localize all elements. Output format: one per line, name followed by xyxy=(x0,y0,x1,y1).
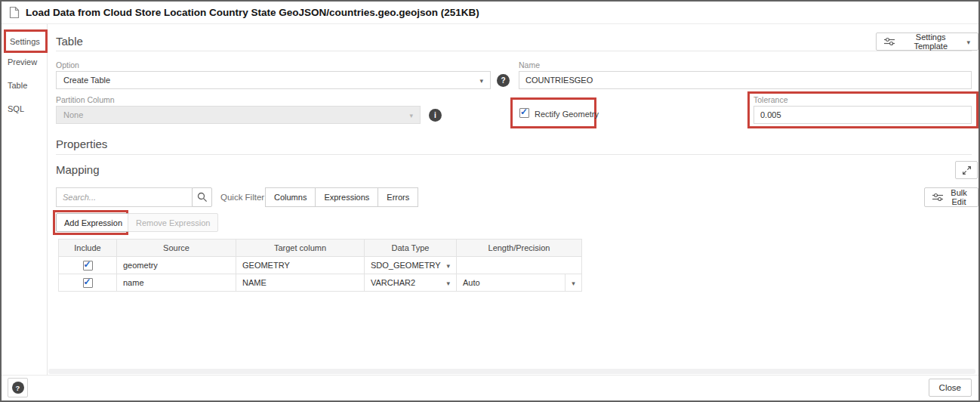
mapping-section-heading: Mapping xyxy=(56,163,100,176)
col-header-data-type: Data Type xyxy=(365,240,457,257)
grid-header-row: Include Source Target column Data Type L… xyxy=(59,240,582,257)
col-header-source: Source xyxy=(117,240,236,257)
properties-section-divider xyxy=(56,154,972,155)
bulk-edit-button[interactable]: Bulk Edit xyxy=(924,187,978,207)
title-bar: Load Data from Cloud Store Location Coun… xyxy=(2,2,978,24)
settings-template-button[interactable]: Settings Template xyxy=(876,32,978,51)
annotation-box-settings-tab: Settings xyxy=(4,29,48,53)
grid-row-name: name NAME VARCHAR2 Auto xyxy=(59,274,582,292)
partition-column-label: Partition Column xyxy=(56,95,115,104)
remove-expression-button: Remove Expression xyxy=(128,213,218,232)
source-cell: geometry xyxy=(117,257,236,274)
length-precision-value: Auto xyxy=(463,278,480,287)
help-icon xyxy=(12,382,24,394)
option-label: Option xyxy=(56,60,79,70)
expand-icon xyxy=(962,165,972,175)
include-checkbox[interactable] xyxy=(83,278,93,288)
option-help-icon[interactable] xyxy=(497,74,510,87)
sidebar-item-sql[interactable]: SQL xyxy=(8,104,24,113)
table-name-input[interactable] xyxy=(519,71,972,89)
dialog-title: Load Data from Cloud Store Location Coun… xyxy=(26,7,479,18)
data-type-value: VARCHAR2 xyxy=(371,278,415,287)
partition-info-icon[interactable] xyxy=(429,109,442,122)
quick-filter-group: Columns Expressions Errors xyxy=(265,187,418,207)
grid-row-geometry: geometry GEOMETRY SDO_GEOMETRY xyxy=(59,257,582,274)
length-precision-select[interactable]: Auto xyxy=(457,274,582,292)
sliders-icon xyxy=(884,37,895,46)
filter-columns-button[interactable]: Columns xyxy=(265,187,316,207)
col-header-target-column: Target column xyxy=(236,240,365,257)
quick-filter-label: Quick Filter: xyxy=(220,193,267,202)
properties-section-heading: Properties xyxy=(56,138,107,150)
mapping-expand-button[interactable] xyxy=(955,161,978,179)
option-select[interactable]: Create Table xyxy=(56,71,491,89)
horizontal-scrollbar[interactable] xyxy=(48,369,975,374)
sidebar-item-table[interactable]: Table xyxy=(8,81,27,90)
bulk-edit-label: Bulk Edit xyxy=(948,188,970,206)
data-type-value: SDO_GEOMETRY xyxy=(371,261,441,270)
add-expression-button[interactable]: Add Expression xyxy=(56,213,131,232)
search-icon xyxy=(197,192,208,203)
mapping-search-input[interactable] xyxy=(56,187,193,207)
chevron-down-icon xyxy=(446,261,450,270)
rectify-geometry-label: Rectify Geometry xyxy=(535,110,599,119)
chevron-down-icon xyxy=(966,37,970,46)
sliders-icon xyxy=(932,193,943,202)
chevron-down-icon xyxy=(479,76,483,85)
footer-bar: Close xyxy=(2,375,978,400)
target-column-cell[interactable]: GEOMETRY xyxy=(236,257,365,274)
name-label: Name xyxy=(519,60,540,70)
length-precision-cell xyxy=(457,257,582,274)
filter-expressions-button[interactable]: Expressions xyxy=(315,187,378,207)
sidebar: Settings Preview Table SQL xyxy=(2,24,48,375)
close-button[interactable]: Close xyxy=(929,379,972,397)
chevron-down-icon xyxy=(446,278,450,287)
data-type-select[interactable]: SDO_GEOMETRY xyxy=(365,257,457,274)
tolerance-input[interactable] xyxy=(753,106,972,124)
sidebar-item-preview[interactable]: Preview xyxy=(8,57,37,66)
col-header-length-precision: Length/Precision xyxy=(457,240,582,257)
partition-column-select: None xyxy=(56,106,421,124)
filter-errors-button[interactable]: Errors xyxy=(378,187,418,207)
settings-template-label: Settings Template xyxy=(899,32,962,51)
help-button[interactable] xyxy=(8,378,28,397)
target-column-cell[interactable]: NAME xyxy=(236,274,365,292)
include-checkbox[interactable] xyxy=(83,261,93,271)
load-data-dialog: Load Data from Cloud Store Location Coun… xyxy=(0,0,980,402)
chevron-down-icon xyxy=(572,278,575,287)
tolerance-label: Tolerance xyxy=(753,95,788,104)
chevron-down-icon xyxy=(409,110,413,119)
source-cell: name xyxy=(117,274,236,292)
table-section-divider xyxy=(56,51,972,51)
col-header-include: Include xyxy=(59,240,117,257)
rectify-geometry-checkbox[interactable] xyxy=(519,108,529,118)
option-select-value: Create Table xyxy=(63,76,110,85)
table-section-heading: Table xyxy=(56,35,83,48)
search-button[interactable] xyxy=(192,187,212,207)
document-icon xyxy=(9,6,20,19)
mapping-grid: Include Source Target column Data Type L… xyxy=(58,239,582,292)
sidebar-item-settings[interactable]: Settings xyxy=(10,37,40,46)
data-type-select[interactable]: VARCHAR2 xyxy=(365,274,457,292)
partition-column-value: None xyxy=(63,110,83,119)
